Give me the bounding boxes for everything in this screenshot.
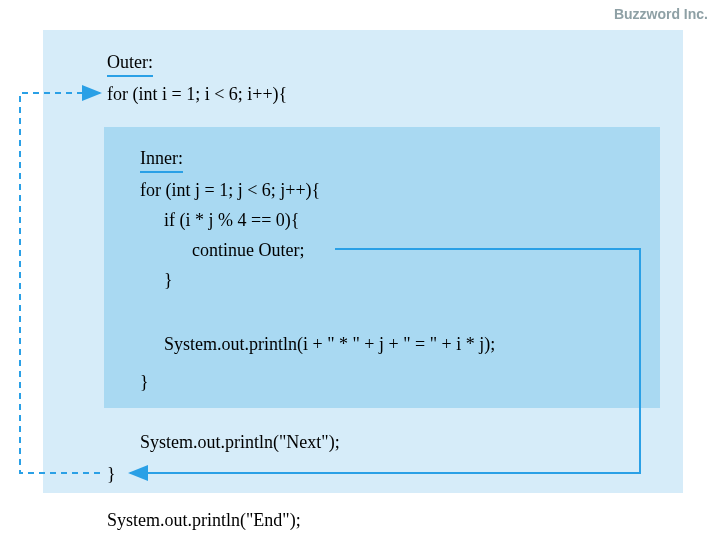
inner-if-close: } xyxy=(164,270,173,291)
brand-label: Buzzword Inc. xyxy=(614,6,708,22)
outer-label-title: Outer: xyxy=(107,52,153,77)
inner-block xyxy=(104,127,660,408)
inner-println-line: System.out.println(i + " * " + j + " = "… xyxy=(164,334,495,355)
println-next-line: System.out.println("Next"); xyxy=(140,432,340,453)
inner-for-line: for (int j = 1; j < 6; j++){ xyxy=(140,180,320,201)
outer-for-line: for (int i = 1; i < 6; i++){ xyxy=(107,84,287,105)
inner-label-title: Inner: xyxy=(140,148,183,173)
println-end-line: System.out.println("End"); xyxy=(107,510,301,531)
outer-close-brace: } xyxy=(107,464,116,485)
inner-continue-line: continue Outer; xyxy=(192,240,304,261)
inner-for-close: } xyxy=(140,372,149,393)
inner-if-line: if (i * j % 4 == 0){ xyxy=(164,210,299,231)
